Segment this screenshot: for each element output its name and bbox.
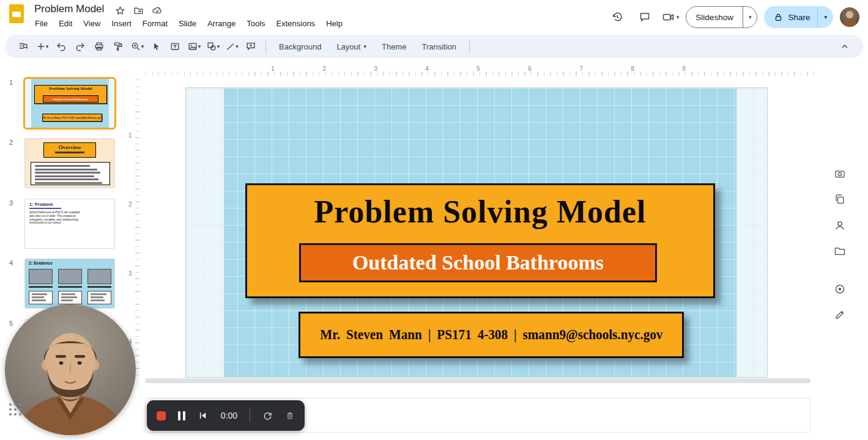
thumb-side-strip: [25, 79, 31, 128]
slide-title-box[interactable]: Problem Solving Model Outdated School Ba…: [245, 183, 715, 298]
thumb-subtitle-box: Outdated School Bathrooms: [43, 95, 98, 103]
share-split-button: Share ▾: [764, 6, 833, 28]
restart-recording-button[interactable]: [262, 411, 273, 421]
ruler-number: 1: [271, 65, 275, 72]
slideshow-options-caret[interactable]: ▾: [743, 7, 757, 28]
account-avatar[interactable]: [840, 7, 859, 27]
menu-edit[interactable]: Edit: [53, 16, 78, 31]
document-title[interactable]: Problem Model: [34, 3, 104, 15]
meet-button[interactable]: ▾: [662, 11, 680, 23]
undo-button[interactable]: [53, 38, 70, 55]
stop-record-button[interactable]: [157, 411, 166, 420]
share-options-caret[interactable]: ▾: [817, 6, 833, 28]
google-slides-app: Problem Model File Edit View Insert Form…: [0, 0, 868, 440]
ruler-ticks: [146, 72, 815, 76]
thumb-photo: [87, 269, 111, 284]
select-tool-button[interactable]: [147, 38, 165, 55]
share-button[interactable]: Share: [764, 6, 817, 28]
ruler-number: 2: [128, 201, 132, 208]
thumb-photo: [58, 269, 82, 284]
menu-extensions[interactable]: Extensions: [271, 16, 321, 31]
menu-arrange[interactable]: Arrange: [202, 16, 241, 31]
print-button[interactable]: [91, 38, 108, 55]
slide[interactable]: Problem Solving Model Outdated School Ba…: [185, 87, 768, 378]
toolbar: ▾ ▾ ▾ ▾: [5, 35, 863, 58]
menu-file[interactable]: File: [29, 16, 53, 31]
slide-thumbnail-2[interactable]: Overview: [24, 138, 115, 188]
rewind-button[interactable]: [198, 410, 209, 421]
ruler-number: 3: [128, 270, 132, 277]
thumb-body-text: School bathrooms at PS171 are outdated a…: [29, 211, 81, 225]
slide-title: Problem Solving Model: [247, 194, 713, 230]
move-folder-icon[interactable]: [133, 6, 144, 16]
target-icon[interactable]: [832, 281, 848, 297]
horizontal-ruler: 1 2 3 4 5 6 7 8 9: [142, 64, 868, 77]
menus-search-button[interactable]: [15, 38, 32, 55]
slide-subtitle-box[interactable]: Outdated School Bathrooms: [299, 243, 657, 282]
filmstrip-row-1: 1 Problem Solving Model Outdated School …: [0, 78, 115, 128]
delete-recording-button[interactable]: [285, 411, 295, 420]
ruler-number: 2: [322, 65, 326, 72]
ruler-number: 3: [374, 65, 377, 72]
ruler-number: 1: [128, 132, 132, 139]
insert-line-button[interactable]: ▾: [223, 38, 240, 55]
thumb-title: Problem Solving Model: [35, 86, 106, 91]
menu-format[interactable]: Format: [137, 16, 173, 31]
menu-slide[interactable]: Slide: [173, 16, 202, 31]
theme-button[interactable]: Theme: [375, 38, 413, 55]
redo-button[interactable]: [72, 38, 89, 55]
comment-icon[interactable]: [634, 7, 655, 28]
insert-comment-button[interactable]: [242, 38, 259, 55]
pause-record-button[interactable]: [178, 411, 185, 420]
hide-menus-button[interactable]: [836, 38, 853, 55]
paint-format-button[interactable]: [109, 38, 127, 55]
version-history-icon[interactable]: [607, 7, 628, 28]
folder-icon[interactable]: [832, 243, 848, 259]
copy-icon[interactable]: [832, 191, 848, 207]
slide-subtitle: Outdated School Bathrooms: [352, 251, 604, 274]
ruler-number: 8: [631, 65, 634, 72]
horizontal-scrollbar[interactable]: [145, 378, 811, 383]
filmstrip-row-2: 2 Overview: [0, 138, 115, 188]
recording-time: 0:00: [221, 411, 237, 420]
slideshow-button[interactable]: Slideshow: [686, 7, 743, 28]
new-slide-button[interactable]: ▾: [34, 38, 51, 55]
insert-image-button[interactable]: ▾: [185, 38, 202, 55]
camera-icon[interactable]: [832, 166, 848, 182]
person-icon[interactable]: [832, 218, 848, 233]
text-box-button[interactable]: [166, 38, 184, 55]
insert-shape-button[interactable]: ▾: [204, 38, 221, 55]
background-button[interactable]: Background: [272, 38, 328, 55]
menu-insert[interactable]: Insert: [106, 16, 137, 31]
menu-help[interactable]: Help: [321, 16, 348, 31]
ruler-number: 6: [528, 65, 532, 72]
slide-number: 4: [0, 258, 22, 266]
transition-button[interactable]: Transition: [415, 38, 463, 55]
layout-button[interactable]: Layout▾: [330, 38, 373, 55]
recording-toolbar: 0:00: [147, 400, 305, 431]
zoom-button[interactable]: ▾: [128, 38, 146, 55]
star-icon[interactable]: [115, 6, 125, 16]
slide-side-strip: [186, 88, 224, 377]
thumb-title: Overview: [44, 144, 95, 150]
slide-footer-box[interactable]: Mr. Steven Mann | PS171 4-308 | smann9@s…: [299, 312, 684, 358]
slides-logo-icon[interactable]: [9, 4, 24, 23]
drag-handle-icon[interactable]: [9, 403, 21, 416]
menu-tools[interactable]: Tools: [241, 16, 270, 31]
thumb-title-box: Problem Solving Model Outdated School Ba…: [34, 85, 107, 104]
thumb-header-box: Overview: [43, 142, 96, 158]
pen-icon[interactable]: [832, 307, 848, 323]
slide-thumbnail-1[interactable]: Problem Solving Model Outdated School Ba…: [24, 78, 115, 128]
menu-view[interactable]: View: [78, 16, 106, 31]
webcam-overlay[interactable]: [5, 304, 136, 435]
slide-canvas-area[interactable]: Problem Solving Model Outdated School Ba…: [141, 77, 868, 381]
thumb-caption-line: [55, 152, 85, 153]
cloud-status-icon[interactable]: [152, 5, 163, 16]
ruler-number: 9: [682, 65, 686, 72]
ruler-number: 7: [579, 65, 583, 72]
thumb-title: 2: Evidence: [29, 261, 53, 265]
slide-thumbnail-3[interactable]: 1: Problem School bathrooms at PS171 are…: [24, 199, 115, 249]
thumb-label-box: [87, 291, 111, 304]
ruler-number: 5: [477, 65, 480, 72]
slide-thumbnail-4[interactable]: 2: Evidence: [24, 258, 115, 309]
